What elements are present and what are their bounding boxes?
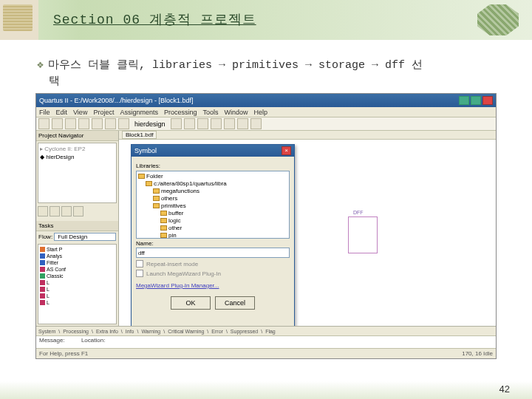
tb-timing-icon[interactable] xyxy=(197,118,208,129)
tb-print-icon[interactable] xyxy=(78,118,89,129)
tb-extra2-icon[interactable] xyxy=(237,118,248,129)
msgtab-system[interactable]: System xyxy=(38,329,55,334)
footer-gradient xyxy=(0,381,532,399)
ok-button[interactable]: OK xyxy=(171,296,211,310)
msgtab-error[interactable]: Error xyxy=(211,329,223,334)
tb-copy-icon[interactable] xyxy=(105,118,116,129)
folder-icon xyxy=(160,211,167,216)
task-row: Classic xyxy=(40,273,115,279)
navigator-title: Project Navigator xyxy=(36,131,118,141)
status-bar: For Help, press F1 170, 16 Idle xyxy=(36,348,496,358)
folder-icon xyxy=(146,181,152,186)
msgtab-processing[interactable]: Processing xyxy=(63,329,89,334)
tb-save-icon[interactable] xyxy=(65,118,76,129)
folder-icon xyxy=(160,218,167,223)
slide-header: Section 06 계층적 프로젝트 xyxy=(0,0,532,40)
bullet-diamond-icon: ❖ xyxy=(37,59,44,72)
msgtab-extra[interactable]: Extra Info xyxy=(96,329,118,334)
menu-help[interactable]: Help xyxy=(254,109,268,116)
task-row: L xyxy=(40,293,115,299)
checkbox-icon[interactable] xyxy=(136,270,143,277)
msgtab-flag[interactable]: Flag xyxy=(265,329,276,334)
tb-prog-icon[interactable] xyxy=(211,118,222,129)
maximize-button[interactable] xyxy=(471,96,481,105)
dialog-body: Libraries: Folder c:/altera/80sp1/quartu… xyxy=(132,157,294,314)
tb-new-icon[interactable] xyxy=(38,118,50,129)
tasks-list[interactable]: Start P Analys Fitter AS Conf Classic L … xyxy=(38,244,117,324)
dialog-buttons: OK Cancel xyxy=(136,296,290,310)
menu-bar: File Edit View Project Assignments Proce… xyxy=(36,107,496,117)
message-label: Message: xyxy=(39,337,65,344)
task-arrow-icon xyxy=(40,300,45,305)
cancel-button[interactable]: Cancel xyxy=(215,296,255,310)
flow-label: Flow: xyxy=(38,233,52,240)
menu-file[interactable]: File xyxy=(39,109,50,116)
tool-line-icon[interactable] xyxy=(61,206,72,216)
tree-node: megafunctions xyxy=(138,188,287,195)
doc-tabs: Block1.bdf xyxy=(119,131,496,140)
task-row: L xyxy=(40,286,115,293)
menu-processing[interactable]: Processing xyxy=(164,109,197,116)
megawizard-link[interactable]: MegaWizard Plug-In Manager... xyxy=(136,282,219,289)
menu-assignments[interactable]: Assignments xyxy=(120,109,158,116)
menu-project[interactable]: Project xyxy=(93,109,114,116)
dialog-titlebar[interactable]: Symbol × xyxy=(132,145,294,157)
libraries-tree[interactable]: Folder c:/altera/80sp1/quartus/libra meg… xyxy=(136,171,290,239)
block-tools xyxy=(36,205,118,221)
menu-edit[interactable]: Edit xyxy=(56,109,68,116)
dff-label: DFF xyxy=(353,210,364,215)
flow-row: Flow: Full Design xyxy=(36,231,118,242)
tb-sim-icon[interactable] xyxy=(184,118,195,129)
tb-extra1-icon[interactable] xyxy=(224,118,235,129)
msgtab-suppressed[interactable]: Suppressed xyxy=(231,329,258,334)
launch-check[interactable]: Launch MegaWizard Plug-In xyxy=(136,270,290,277)
menu-window[interactable]: Window xyxy=(224,109,248,116)
folder-icon xyxy=(160,225,167,231)
window-buttons xyxy=(459,96,493,105)
msgtab-critical[interactable]: Critical Warning xyxy=(168,329,204,334)
tool-zoom-icon[interactable] xyxy=(73,206,83,216)
tool-text-icon[interactable] xyxy=(50,206,60,216)
dialog-close-icon[interactable]: × xyxy=(282,146,291,155)
nav-item-design[interactable]: ◆ hierDesign xyxy=(40,153,115,161)
app-title: Quartus II - E:/Work2008/.../hierdesign … xyxy=(39,97,193,104)
tree-node: primitives xyxy=(138,202,287,210)
minimize-button[interactable] xyxy=(459,96,469,105)
header-cube-icon xyxy=(477,4,519,35)
folder-icon xyxy=(138,174,145,179)
dff-symbol[interactable]: DFF xyxy=(348,216,378,253)
symbol-dialog: Symbol × Libraries: Folder c:/altera/80s… xyxy=(131,144,295,330)
tb-compile-icon[interactable] xyxy=(171,118,182,129)
tree-path: c:/altera/80sp1/quartus/libra xyxy=(138,180,287,188)
task-row: Analys xyxy=(40,253,115,259)
tool-pointer-icon[interactable] xyxy=(38,206,48,216)
task-arrow-icon xyxy=(40,280,45,285)
flow-select[interactable]: Full Design xyxy=(54,233,116,241)
tb-open-icon[interactable] xyxy=(52,118,63,129)
message-row: Message: Location: xyxy=(36,336,496,344)
folder-icon xyxy=(160,233,167,238)
toolbar: hierdesign xyxy=(36,117,496,131)
checkbox-icon[interactable] xyxy=(136,260,143,267)
name-input[interactable] xyxy=(136,248,290,258)
task-row: AS Conf xyxy=(40,266,115,273)
tab-block1[interactable]: Block1.bdf xyxy=(122,131,157,139)
location-label: Location: xyxy=(81,337,105,344)
nav-item-device[interactable]: ▸ Cyclone II: EP2 xyxy=(40,145,115,153)
tb-cut-icon[interactable] xyxy=(92,118,103,129)
menu-view[interactable]: View xyxy=(73,109,87,116)
tree-node: buffer xyxy=(138,210,287,217)
repeat-check[interactable]: Repeat-insert mode xyxy=(136,260,290,267)
tb-extra3-icon[interactable] xyxy=(250,118,262,129)
tree-node: other xyxy=(138,225,287,232)
bullet-continuation: 택 xyxy=(49,74,60,88)
menu-tools[interactable]: Tools xyxy=(202,109,218,116)
navigator-body[interactable]: ▸ Cyclone II: EP2 ◆ hierDesign xyxy=(38,143,117,203)
bullet-line: ❖마우스 더블 클릭, libraries → primitives → sto… xyxy=(37,58,502,72)
task-arrow-icon xyxy=(40,260,45,265)
msgtab-info[interactable]: Info xyxy=(126,329,134,334)
tb-paste-icon[interactable] xyxy=(118,118,129,129)
app-titlebar: Quartus II - E:/Work2008/.../hierdesign … xyxy=(36,94,496,107)
close-button[interactable] xyxy=(482,96,493,105)
msgtab-warning[interactable]: Warning xyxy=(141,329,160,334)
